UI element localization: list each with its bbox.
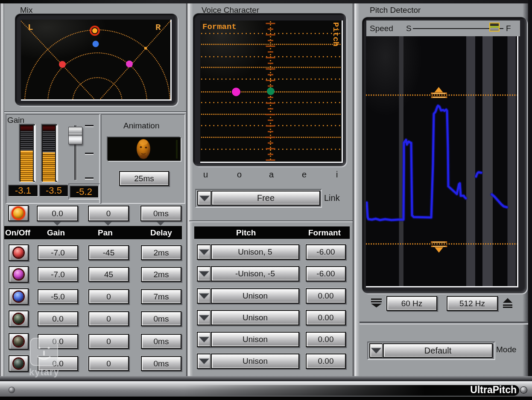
svg-text:Pitch: Pitch — [331, 22, 340, 46]
svg-text:L: L — [28, 23, 33, 32]
svg-text:Formant: Formant — [202, 22, 237, 32]
svg-text:R: R — [155, 23, 161, 32]
